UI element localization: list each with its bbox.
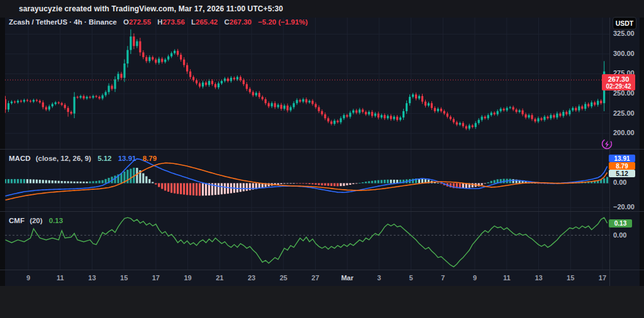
time-axis-label[interactable]: 5: [399, 274, 424, 282]
symbol-title: Zcash / TetherUS: [9, 18, 67, 26]
time-axis-label[interactable]: 13: [526, 274, 552, 282]
time-axis-label[interactable]: 9: [16, 274, 41, 282]
close-value: 267.30: [230, 18, 252, 26]
time-axis-label[interactable]: 9: [462, 274, 487, 282]
symbol-exchange: Binance: [89, 18, 117, 26]
separator-dot: ·: [69, 18, 72, 26]
time-axis-label[interactable]: 7: [430, 274, 455, 282]
macd-hist-value: 5.12: [97, 155, 111, 162]
candlestick-series[interactable]: [4, 30, 608, 131]
macd-axis-low[interactable]: −20.00: [613, 203, 635, 211]
time-axis-label[interactable]: 23: [239, 274, 264, 282]
cmf-params: (20): [30, 217, 42, 224]
macd-signal-value: 8.79: [143, 155, 157, 162]
time-axis-label[interactable]: 3: [367, 274, 392, 282]
cmf-value: 0.13: [49, 217, 63, 224]
price-axis-label[interactable]: 325.00: [613, 30, 635, 37]
time-axis-label[interactable]: 11: [494, 274, 519, 282]
macd-pane[interactable]: [4, 159, 608, 200]
bar-countdown: 02:29:42: [606, 83, 631, 90]
macd-signal-badge: 8.79: [609, 162, 635, 170]
pane-separators: [0, 18, 644, 286]
macd-axis-zero[interactable]: 0.00: [613, 178, 626, 186]
last-price-value: 267.30: [608, 75, 630, 83]
cmf-badge: 0.13: [609, 219, 632, 228]
macd-line-value: 13.91: [118, 155, 136, 162]
low-value: 265.42: [196, 18, 218, 26]
separator-dot: ·: [84, 18, 87, 26]
macd-line: [6, 159, 608, 196]
time-axis-label[interactable]: Mar: [335, 274, 360, 282]
macd-hist-badge: 5.12: [609, 170, 635, 177]
cmf-pane[interactable]: [6, 217, 608, 266]
symbol-interval: 4h: [74, 18, 82, 26]
currency-toggle-badge[interactable]: USDT: [613, 17, 636, 30]
change-value: −5.20 (−1.91%): [258, 18, 308, 26]
tradingview-snapshot: sarayucyzie created with TradingView.com…: [0, 0, 644, 318]
time-axis-label[interactable]: 21: [207, 274, 232, 282]
macd-legend: MACD (close, 12, 26, 9) 5.12 13.91 8.79: [9, 155, 157, 162]
last-price-label: 267.30 02:29:42: [602, 74, 635, 90]
time-axis-label[interactable]: 17: [590, 274, 615, 282]
time-axis-label[interactable]: 13: [79, 274, 104, 282]
time-axis-label[interactable]: 25: [271, 274, 296, 282]
close-key: C: [224, 18, 229, 26]
cmf-line: [6, 217, 608, 266]
cmf-axis-zero[interactable]: 0.00: [613, 231, 626, 239]
macd-params: (close, 12, 26, 9): [36, 155, 91, 162]
logo-bar: TradingView: [0, 286, 644, 318]
macd-title: MACD: [9, 155, 31, 162]
time-axis-label[interactable]: 27: [303, 274, 328, 282]
time-axis-label[interactable]: 19: [175, 274, 201, 282]
price-axis-label[interactable]: 225.00: [613, 109, 635, 117]
macd-line-badge: 13.91: [609, 155, 635, 162]
open-value: 272.55: [129, 18, 151, 26]
time-axis-label[interactable]: 15: [558, 274, 583, 282]
time-axis-label[interactable]: 11: [48, 274, 73, 282]
low-key: L: [191, 18, 196, 26]
price-axis-label[interactable]: 200.00: [613, 129, 635, 136]
time-axis-label[interactable]: 17: [143, 274, 169, 282]
cmf-title: CMF: [9, 217, 25, 224]
grid-lines: [5, 18, 609, 270]
open-key: O: [123, 18, 129, 26]
symbol-legend: Zcash / TetherUS · 4h · Binance O272.55 …: [9, 18, 308, 26]
price-axis-label[interactable]: 300.00: [613, 50, 635, 57]
cmf-legend: CMF (20) 0.13: [9, 217, 63, 224]
high-value: 273.56: [163, 18, 185, 26]
time-axis-label[interactable]: 15: [111, 274, 136, 282]
high-key: H: [157, 18, 162, 26]
